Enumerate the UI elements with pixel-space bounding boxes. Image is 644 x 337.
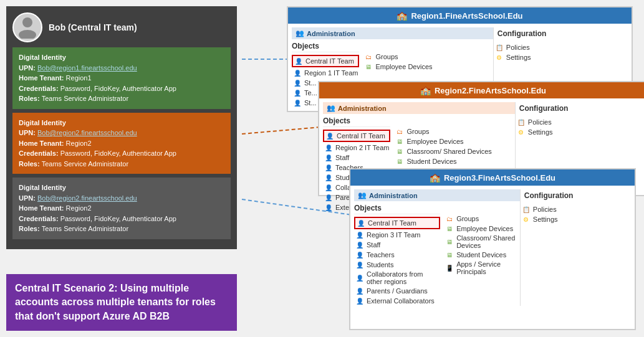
region3-teachers: 👤 Teachers bbox=[354, 250, 440, 260]
region3-header: 🏫 Region3.FineArtsSchool.Edu bbox=[350, 169, 635, 186]
identity-block-region3: Digital Identity UPN: Bob@region2.finear… bbox=[12, 178, 231, 239]
people-icon-4: 👤 bbox=[293, 88, 302, 97]
gear-icon-1: ⚙ bbox=[495, 53, 504, 62]
people-icon-r3-1: 👤 bbox=[357, 219, 365, 227]
people-icon-r2-5: 👤 bbox=[324, 173, 333, 182]
region2-groups: 🗂 Groups bbox=[394, 126, 493, 136]
device-icon-r3-2: 🖥 bbox=[445, 237, 454, 246]
region3-groups: 🗂 Groups bbox=[444, 214, 520, 224]
people-icon-r2-8: 👤 bbox=[324, 203, 333, 212]
digital-identity-label-2: Digital Identity bbox=[19, 119, 66, 126]
device-icon-r3-4: 📱 bbox=[445, 263, 454, 272]
region3-objects-col: Objects 👤 Central IT Team 👤 Region 3 IT … bbox=[354, 204, 440, 306]
home-tenant-region1: Region1 bbox=[66, 74, 92, 82]
people-icon-r3-6: 👤 bbox=[355, 273, 364, 282]
people-icon-2: 👤 bbox=[293, 69, 302, 77]
admin-icon-2: 👥 bbox=[327, 104, 335, 112]
gear-icon-2: ⚙ bbox=[517, 128, 526, 136]
device-icon-r2-3: 🖥 bbox=[395, 157, 404, 166]
region2-admin-header: 👥 Administration bbox=[323, 102, 515, 114]
region3-body: 👥 Administration Objects 👤 Central IT Te… bbox=[350, 186, 635, 310]
region1-it-team: 👤 Region 1 IT Team bbox=[292, 68, 359, 78]
region1-emp-devices: 🖥 Employee Devices bbox=[363, 62, 433, 72]
people-icon-r2-7: 👤 bbox=[324, 193, 333, 202]
home-tenant-region2: Region2 bbox=[66, 140, 92, 147]
user-title: Bob (Central IT team) bbox=[49, 22, 137, 32]
region2-student-devices: 🖥 Student Devices bbox=[394, 156, 493, 166]
device-icon-r3-1: 🖥 bbox=[445, 224, 454, 233]
people-icon-r3-2: 👤 bbox=[355, 230, 364, 239]
region2-it-team: 👤 Region 2 IT Team bbox=[323, 143, 390, 153]
region3-admin: 👥 Administration Objects 👤 Central IT Te… bbox=[354, 189, 520, 306]
region2-classroom: 🖥 Classroom/ Shared Devices bbox=[394, 146, 493, 156]
gear-icon-3: ⚙ bbox=[522, 215, 531, 224]
credentials-region3: Password, FidoKey, Authenticator App bbox=[60, 215, 176, 222]
region2-icon: 🏫 bbox=[420, 85, 431, 95]
region3-central-it-team: 👤 Central IT Team bbox=[354, 217, 440, 229]
people-icon-r3-8: 👤 bbox=[355, 297, 364, 305]
people-icon-1: 👤 bbox=[294, 57, 303, 65]
policy-icon-1: 📋 bbox=[495, 43, 504, 52]
people-icon-r2-1: 👤 bbox=[325, 131, 334, 140]
identity-block-region1: Digital Identity UPN: Bob@region1.finear… bbox=[12, 47, 231, 109]
region3-admin-header: 👥 Administration bbox=[354, 189, 520, 201]
svg-point-3 bbox=[22, 17, 32, 27]
region2-title: Region2.FineArtsSchool.Edu bbox=[435, 86, 546, 95]
people-icon-r3-5: 👤 bbox=[355, 260, 364, 269]
region2-policies: 📋 Policies bbox=[516, 117, 643, 127]
digital-identity-label-3: Digital Identity bbox=[19, 184, 66, 191]
roles-region3: Teams Service Administrator bbox=[42, 225, 128, 232]
people-icon-r3-7: 👤 bbox=[355, 287, 364, 295]
region1-header: 🏫 Region1.FineArtsSchool.Edu bbox=[288, 7, 632, 24]
region1-config-header: Configuration bbox=[494, 27, 628, 40]
region2-header: 🏫 Region2.FineArtsSchool.Edu bbox=[319, 82, 644, 98]
region3-config: Configuration 📋 Policies ⚙ Settings bbox=[520, 189, 631, 306]
roles-region2: Teams Service Administrator bbox=[42, 160, 128, 168]
group-icon-r3: 🗂 bbox=[445, 214, 454, 223]
people-icon-r2-3: 👤 bbox=[324, 153, 333, 162]
region1-central-it-team: 👤 Central IT Team bbox=[292, 55, 359, 67]
region3-collabs: 👤 Collaborators from other regions bbox=[354, 270, 440, 286]
region3-emp-devices: 🖥 Employee Devices bbox=[444, 224, 520, 234]
region3-ext: 👤 External Collaborators bbox=[354, 296, 440, 306]
region2-config-header: Configuration bbox=[516, 102, 643, 115]
device-icon-1: 🖥 bbox=[364, 62, 373, 71]
region3-icon: 🏫 bbox=[430, 173, 440, 183]
people-icon-r3-4: 👤 bbox=[355, 250, 364, 259]
region2-central-it-team: 👤 Central IT Team bbox=[323, 130, 390, 142]
upn-region1[interactable]: Bob@region1.fineartsschool.edu bbox=[37, 64, 137, 72]
region3-parents: 👤 Parents / Guardians bbox=[354, 286, 440, 296]
region2-objects-label: Objects bbox=[323, 116, 390, 127]
people-icon-5: 👤 bbox=[293, 98, 302, 107]
region1-policies: 📋 Policies bbox=[494, 42, 628, 52]
home-tenant-region3: Region2 bbox=[66, 204, 92, 212]
bottom-caption: Central IT Scenario 2: Using multiple ac… bbox=[6, 274, 237, 331]
region3-student-devices: 🖥 Student Devices bbox=[444, 250, 520, 260]
upn-region3[interactable]: Bob@region2.fineartsschool.edu bbox=[37, 194, 137, 202]
user-header: Bob (Central IT team) bbox=[12, 12, 231, 42]
credentials-region1: Password, FidoKey, Authenticator App bbox=[60, 85, 176, 92]
credentials-region2: Password, FidoKey, Authenticator App bbox=[60, 150, 176, 157]
region3-config-header: Configuration bbox=[521, 189, 631, 202]
group-icon-r2: 🗂 bbox=[395, 127, 404, 136]
region3-panel: 🏫 Region3.FineArtsSchool.Edu 👥 Administr… bbox=[349, 168, 636, 330]
people-icon-r3-3: 👤 bbox=[355, 240, 364, 249]
roles-region1: Teams Service Administrator bbox=[42, 95, 128, 102]
region3-policies: 📋 Policies bbox=[521, 204, 631, 214]
policy-icon-3: 📋 bbox=[522, 205, 531, 214]
people-icon-r2-2: 👤 bbox=[324, 143, 333, 152]
region1-settings: ⚙ Settings bbox=[494, 52, 628, 62]
device-icon-r2-2: 🖥 bbox=[395, 147, 404, 156]
region3-title: Region3.FineArtsSchool.Edu bbox=[444, 173, 555, 183]
region1-icon: 🏫 bbox=[396, 11, 407, 21]
region3-classroom: 🖥 Classroom/ Shared Devices bbox=[444, 234, 520, 250]
region1-title: Region1.FineArtsSchool.Edu bbox=[411, 11, 522, 21]
region3-students: 👤 Students bbox=[354, 260, 440, 270]
region1-objects-label: Objects bbox=[292, 42, 359, 52]
admin-icon-3: 👥 bbox=[358, 191, 367, 199]
group-icon-1: 🗂 bbox=[364, 52, 373, 61]
left-panel: Bob (Central IT team) Digital Identity U… bbox=[6, 6, 237, 249]
region3-objects-label: Objects bbox=[354, 204, 440, 214]
digital-identity-label-1: Digital Identity bbox=[19, 54, 66, 61]
upn-region2[interactable]: Bob@region2.fineartsschool.edu bbox=[37, 129, 137, 136]
